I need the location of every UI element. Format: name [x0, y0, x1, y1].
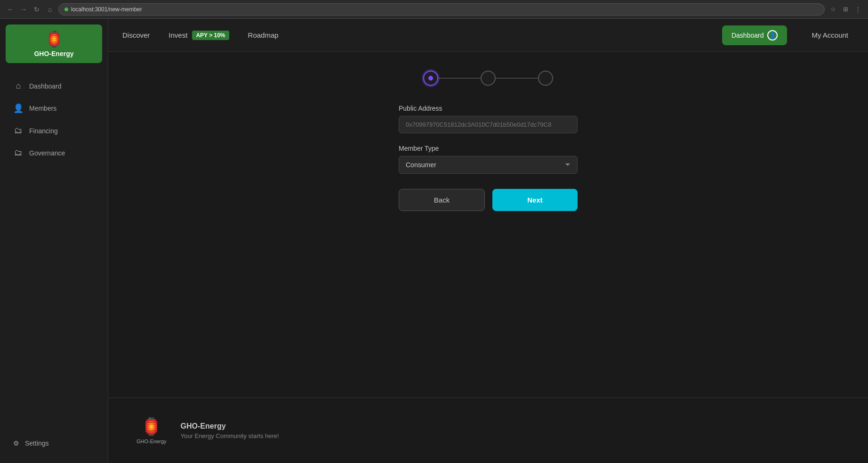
- sidebar-item-members[interactable]: 👤 Members: [4, 97, 104, 119]
- sidebar-item-label: Dashboard: [29, 82, 62, 90]
- home-icon: ⌂: [13, 81, 24, 91]
- logo-text: GHO-Energy: [34, 50, 73, 57]
- reload-button[interactable]: ↻: [32, 5, 41, 14]
- home-button[interactable]: ⌂: [45, 5, 55, 14]
- new-member-form: Public Address Member Type Consumer Prod…: [399, 105, 578, 211]
- footer-tagline: Your Energy Community starts here!: [181, 432, 279, 439]
- sidebar: 🏮 GHO-Energy ⌂ Dashboard 👤 Members 🗂 Fin…: [0, 19, 108, 463]
- nav-invest-container: Invest APY > 10%: [169, 31, 229, 40]
- browser-actions: ☆ ⊞ ⋮: [828, 5, 862, 14]
- top-nav: Discover Invest APY > 10% Roadmap Dashbo…: [108, 19, 868, 52]
- footer-text: GHO-Energy Your Energy Community starts …: [181, 422, 279, 439]
- nav-invest[interactable]: Invest: [169, 31, 187, 39]
- url-text: localhost:3001/new-member: [71, 6, 142, 13]
- footer-logo: 🏮 GHO-Energy: [137, 417, 167, 444]
- footer-company-name: GHO-Energy: [181, 422, 279, 431]
- footer: 🏮 GHO-Energy GHO-Energy Your Energy Comm…: [108, 398, 868, 463]
- sidebar-logo: 🏮 GHO-Energy: [6, 24, 102, 63]
- sidebar-item-dashboard[interactable]: ⌂ Dashboard: [4, 75, 104, 97]
- dashboard-avatar: 👤: [767, 30, 778, 41]
- step-1: [423, 71, 438, 86]
- more-button[interactable]: ⋮: [853, 5, 862, 14]
- logo-icon: 🏮: [45, 30, 64, 48]
- public-address-group: Public Address: [399, 105, 578, 133]
- footer-logo-icon: 🏮: [141, 417, 162, 437]
- member-type-label: Member Type: [399, 145, 578, 152]
- my-account-button[interactable]: My Account: [806, 27, 854, 43]
- governance-icon: 🗂: [13, 148, 24, 158]
- member-type-select[interactable]: Consumer Producer Prosumer: [399, 156, 578, 174]
- url-bar[interactable]: localhost:3001/new-member: [58, 3, 825, 16]
- secure-indicator: [64, 8, 68, 11]
- member-type-group: Member Type Consumer Producer Prosumer: [399, 145, 578, 174]
- public-address-label: Public Address: [399, 105, 578, 112]
- public-address-input[interactable]: [399, 116, 578, 133]
- sidebar-item-governance[interactable]: 🗂 Governance: [4, 142, 104, 163]
- sidebar-item-label: Governance: [29, 149, 65, 157]
- stepper: [423, 71, 553, 86]
- browser-chrome: ← → ↻ ⌂ localhost:3001/new-member ☆ ⊞ ⋮: [0, 0, 868, 19]
- dashboard-button[interactable]: Dashboard 👤: [722, 25, 788, 45]
- app-wrapper: 🏮 GHO-Energy ⌂ Dashboard 👤 Members 🗂 Fin…: [0, 19, 868, 463]
- settings-label: Settings: [25, 439, 49, 447]
- step-2: [481, 71, 496, 86]
- step-3: [538, 71, 553, 86]
- nav-discover[interactable]: Discover: [122, 31, 150, 39]
- back-button[interactable]: Back: [399, 189, 485, 211]
- back-nav-button[interactable]: ←: [6, 5, 15, 14]
- form-buttons: Back Next: [399, 189, 578, 211]
- next-button[interactable]: Next: [492, 189, 578, 211]
- settings-icon: ⚙: [13, 439, 19, 447]
- step-line-1: [438, 78, 481, 79]
- footer-logo-text: GHO-Energy: [137, 439, 167, 444]
- main-content: Public Address Member Type Consumer Prod…: [108, 52, 868, 398]
- bookmark-button[interactable]: ☆: [828, 5, 838, 14]
- sidebar-item-label: Financing: [29, 127, 58, 135]
- extensions-button[interactable]: ⊞: [841, 5, 850, 14]
- sidebar-item-settings[interactable]: ⚙ Settings: [4, 434, 104, 453]
- financing-icon: 🗂: [13, 126, 24, 136]
- apy-badge: APY > 10%: [192, 31, 229, 40]
- main-area: Discover Invest APY > 10% Roadmap Dashbo…: [108, 19, 868, 463]
- forward-nav-button[interactable]: →: [19, 5, 28, 14]
- step-line-2: [496, 78, 538, 79]
- sidebar-item-label: Members: [29, 105, 56, 112]
- sidebar-bottom: ⚙ Settings: [0, 427, 108, 463]
- nav-roadmap[interactable]: Roadmap: [248, 31, 279, 39]
- sidebar-item-financing[interactable]: 🗂 Financing: [4, 120, 104, 141]
- members-icon: 👤: [13, 103, 24, 114]
- sidebar-nav: ⌂ Dashboard 👤 Members 🗂 Financing 🗂 Gove…: [0, 69, 108, 427]
- dashboard-btn-label: Dashboard: [731, 32, 764, 39]
